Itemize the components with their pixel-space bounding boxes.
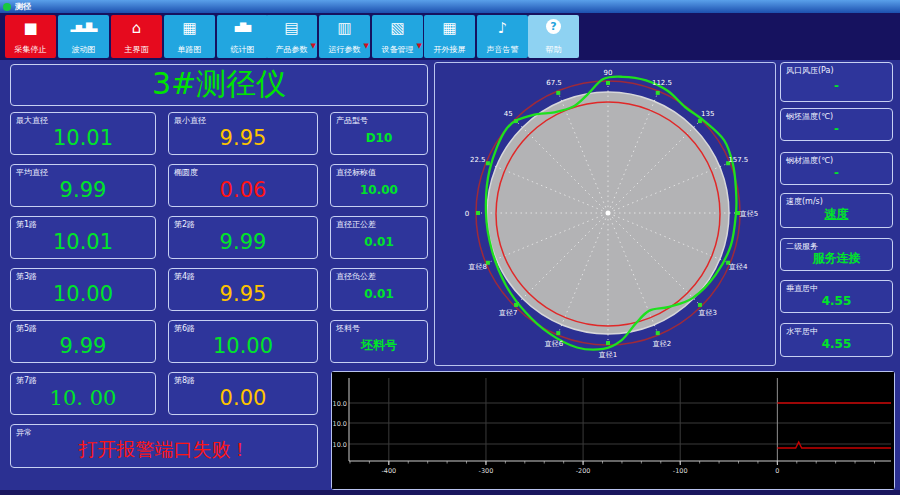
measure-panel-channel-1: 第1路10.01 [10, 216, 156, 259]
measure-panel-minus-tolerance: 直径负公差0.01 [330, 268, 428, 311]
status-panel-level2-service: 二级服务服务连接 [780, 238, 893, 271]
spoke-label: 0 [465, 210, 469, 218]
status-value-billet-temperature: - [783, 119, 890, 138]
toolbar-button-statistics-chart[interactable]: ▅█▆统计图 [217, 15, 268, 58]
toolbar-button-wave-chart[interactable]: ▂▆▃█▃波动图 [58, 15, 109, 58]
measure-panel-billet-number: 坯料号坯料号 [330, 320, 428, 363]
measure-panel-channel-3: 第3路10.00 [10, 268, 156, 311]
spoke-label: 90 [604, 69, 613, 77]
measure-value: 9.95 [171, 123, 315, 152]
status-value-horizontal-centering: 4.55 [783, 334, 890, 354]
spoke-label: 直径8 [468, 263, 486, 271]
spoke-label: 直径3 [698, 309, 716, 317]
spoke-marker-icon [476, 211, 480, 215]
measure-value: 10.00 [333, 175, 425, 204]
toolbar: ■采集停止▂▆▃█▃波动图⌂主界面▦单路图▅█▆统计图▤产品参数▼▥运行参数▼▧… [0, 13, 900, 62]
measure-panel-avg-diameter: 平均直径9.99 [10, 164, 156, 207]
y-axis-tick-label: 10.0 [333, 420, 347, 428]
measure-value: 9.95 [171, 279, 315, 308]
trend-chart-background [332, 372, 894, 489]
spoke-label: 直径7 [499, 309, 517, 317]
spoke-label: 直径1 [599, 351, 617, 359]
toolbar-button-stop-collection[interactable]: ■采集停止 [5, 15, 56, 58]
spoke-label: 45 [504, 110, 513, 118]
measure-panel-ovality: 椭圆度0.06 [168, 164, 318, 207]
measure-value: 9.99 [13, 331, 153, 360]
measure-value: D10 [333, 123, 425, 152]
toolbar-button-help[interactable]: ?帮助 [528, 15, 579, 58]
trend-strip-chart: 10.010.010.0-400-300-200-1000 [332, 372, 894, 489]
spoke-marker-icon [656, 91, 660, 95]
gauge-title-panel: 3#测径仪 [10, 64, 428, 106]
measure-value: 10.01 [13, 227, 153, 256]
measure-value: 0.06 [171, 175, 315, 204]
external-screen-icon: ▦ [424, 19, 475, 37]
measure-value: 10. 00 [13, 383, 153, 412]
status-value-steel-temperature: - [783, 163, 890, 182]
status-value-speed[interactable]: 速度 [783, 204, 890, 225]
window-titlebar: 测径 [0, 0, 900, 13]
measure-panel-channel-7: 第7路10. 00 [10, 372, 156, 415]
measure-panel-min-diameter: 最小直径9.95 [168, 112, 318, 155]
status-value-level2-service: 服务连接 [783, 249, 890, 268]
measure-panel-plus-tolerance: 直径正公差0.01 [330, 216, 428, 259]
toolbar-button-label: 产品参数 [266, 44, 317, 55]
home-icon: ⌂ [111, 19, 162, 37]
spoke-marker-icon [606, 341, 610, 345]
toolbar-button-label: 运行参数 [319, 44, 370, 55]
x-axis-tick-label: -400 [381, 467, 396, 475]
gauge-title: 3#测径仪 [13, 65, 425, 103]
toolbar-button-single-channel-chart[interactable]: ▦单路图 [164, 15, 215, 58]
toolbar-button-run-params[interactable]: ▥运行参数▼ [319, 15, 370, 58]
cross-section-chart-panel: 022.54567.590112.5135157.5直径5直径4直径3直径2直径… [434, 62, 776, 366]
measure-panel-channel-5: 第5路9.99 [10, 320, 156, 363]
toolbar-button-label: 采集停止 [5, 44, 56, 55]
measure-panel-product-model: 产品型号D10 [330, 112, 428, 155]
bar-chart-icon: ▅█▆ [217, 19, 268, 37]
measure-value: 0.01 [333, 279, 425, 308]
x-axis-tick-label: -100 [673, 467, 688, 475]
status-panel-steel-temperature: 钢材温度(℃)- [780, 152, 893, 185]
y-axis-tick-label: 10.0 [333, 400, 347, 408]
x-axis-tick-label: -300 [479, 467, 494, 475]
measure-value: 9.99 [13, 175, 153, 204]
spoke-marker-icon [656, 331, 660, 335]
product-params-icon: ▤ [266, 19, 317, 37]
status-value-tuyere-pressure: - [783, 73, 890, 99]
spoke-marker-icon [556, 91, 560, 95]
toolbar-button-product-params[interactable]: ▤产品参数▼ [266, 15, 317, 58]
spoke-marker-icon [514, 119, 518, 123]
x-axis-tick-label: 0 [775, 467, 779, 475]
exception-panel: 异常 打开报警端口失败！ [10, 424, 318, 468]
spoke-label: 157.5 [728, 156, 748, 164]
spoke-label: 直径6 [545, 340, 564, 348]
device-manager-icon: ▧ [372, 19, 423, 37]
spoke-marker-icon [606, 81, 610, 85]
spoke-label: 直径2 [653, 340, 671, 348]
app-icon [3, 3, 11, 11]
x-axis-tick-label: -200 [576, 467, 591, 475]
measure-panel-channel-2: 第2路9.99 [168, 216, 318, 259]
dropdown-arrow-icon: ▼ [417, 42, 422, 50]
toolbar-button-external-screen[interactable]: ▦开外接屏 [424, 15, 475, 58]
toolbar-button-label: 单路图 [164, 44, 215, 55]
toolbar-button-sound-alarm[interactable]: ♪声音告警 [477, 15, 528, 58]
toolbar-button-label: 开外接屏 [424, 44, 475, 55]
spoke-marker-icon [486, 161, 490, 165]
measure-value: 0.01 [333, 227, 425, 256]
toolbar-button-main-screen[interactable]: ⌂主界面 [111, 15, 162, 58]
toolbar-button-device-management[interactable]: ▧设备管理▼ [372, 15, 423, 58]
spoke-label: 直径5 [740, 210, 758, 218]
toolbar-button-label: 统计图 [217, 44, 268, 55]
spoke-label: 67.5 [546, 79, 562, 87]
window-title: 测径 [15, 0, 31, 13]
waveform-icon: ▂▆▃█▃ [58, 19, 109, 37]
spoke-marker-icon [514, 303, 518, 307]
status-panel-billet-temperature: 钢坯温度(℃)- [780, 108, 893, 141]
spoke-label: 22.5 [470, 156, 486, 164]
siren-icon: ♪ [477, 19, 528, 37]
measure-value: 10.01 [13, 123, 153, 152]
status-panel-horizontal-centering: 水平居中4.55 [780, 323, 893, 357]
center-dot [606, 211, 611, 216]
status-value-vertical-centering: 4.55 [783, 291, 890, 310]
